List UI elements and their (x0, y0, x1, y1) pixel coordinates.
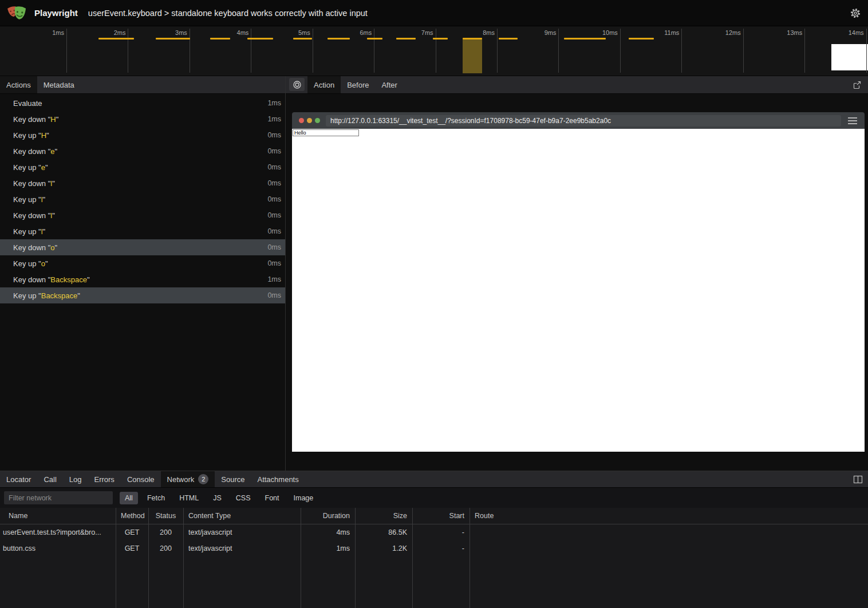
filter-chip-js[interactable]: JS (208, 492, 227, 504)
bottom-tab-console[interactable]: Console (121, 471, 161, 487)
action-name: Key up (13, 227, 36, 236)
timeline-gridline (558, 29, 559, 73)
action-row[interactable]: Key down "H"1ms (0, 111, 285, 127)
open-snapshot-button[interactable] (851, 79, 863, 90)
filter-chip-fetch[interactable]: Fetch (142, 492, 170, 504)
action-key: Backspace (50, 275, 87, 284)
bottom-tab-label: Call (44, 475, 56, 484)
toggle-layout-button[interactable] (852, 473, 863, 485)
filter-chip-html[interactable]: HTML (174, 492, 204, 504)
timeline-gridline (436, 29, 436, 73)
film-strip-thumbnail[interactable] (831, 44, 868, 70)
action-duration: 0ms (267, 131, 281, 139)
timeline-tick-label: 13ms (787, 29, 802, 36)
timeline-action-bar[interactable] (247, 38, 273, 40)
action-name: Key up (13, 291, 36, 300)
timeline-gridline (190, 29, 190, 73)
action-row[interactable]: Key up "o"0ms (0, 255, 285, 271)
cell-name: button.css (0, 544, 116, 552)
timeline-action-bar[interactable] (629, 38, 654, 40)
filter-chip-font[interactable]: Font (260, 492, 285, 504)
timeline[interactable]: 1ms2ms3ms4ms5ms6ms7ms8ms9ms10ms11ms12ms1… (0, 26, 868, 76)
timeline-tick-label: 5ms (298, 29, 310, 36)
action-row[interactable]: Key up "l"0ms (0, 191, 285, 207)
tab-before[interactable]: Before (341, 76, 375, 93)
action-row[interactable]: Key down "e"0ms (0, 143, 285, 159)
cell-duration: 4ms (301, 528, 355, 536)
network-request-row[interactable]: button.cssGET200text/javascript1ms1.2K- (0, 540, 868, 556)
bottom-tab-errors[interactable]: Errors (88, 471, 120, 487)
filter-chip-image[interactable]: Image (289, 492, 319, 504)
quote: " (45, 259, 48, 268)
bottom-tab-source[interactable]: Source (215, 471, 251, 487)
filter-chip-all[interactable]: All (120, 492, 138, 504)
quote: " (87, 275, 90, 284)
timeline-action-bar[interactable] (210, 38, 230, 40)
timeline-action-bar[interactable] (367, 38, 382, 40)
timeline-action-bar[interactable] (396, 38, 416, 40)
cell-content-type: text/javascript (183, 544, 301, 552)
tab-action[interactable]: Action (307, 76, 341, 93)
timeline-gridline (620, 29, 621, 73)
timeline-action-bar[interactable] (499, 38, 518, 40)
bottom-tab-call[interactable]: Call (37, 471, 62, 487)
timeline-tick-label: 3ms (175, 29, 187, 36)
action-row[interactable]: Key down "Backspace"1ms (0, 271, 285, 287)
action-name: Key down (13, 179, 46, 188)
bottom-tab-label: Locator (6, 475, 31, 484)
page-text-input[interactable] (293, 129, 359, 136)
quote: " (36, 227, 41, 236)
timeline-action-bar[interactable] (328, 38, 350, 40)
action-key: e (41, 163, 45, 172)
action-row[interactable]: Key down "l"0ms (0, 207, 285, 223)
tab-metadata[interactable]: Metadata (37, 76, 81, 93)
browser-window: http://127.0.0.1:63315/__vitest_test__/?… (292, 112, 865, 452)
actions-list: Evaluate1msKey down "H"1msKey up "H"0msK… (0, 94, 285, 471)
filter-chip-css[interactable]: CSS (231, 492, 256, 504)
bottom-tab-label: Network (167, 475, 195, 484)
action-key: o (41, 259, 45, 268)
action-row[interactable]: Key up "Backspace"0ms (0, 287, 285, 303)
quote: " (77, 291, 80, 300)
bottom-tab-network[interactable]: Network2 (161, 471, 215, 487)
quote: " (46, 211, 50, 220)
network-table-header: NameMethodStatusContent TypeDurationSize… (0, 508, 868, 524)
action-row[interactable]: Key up "e"0ms (0, 159, 285, 175)
timeline-tick-label: 2ms (114, 29, 126, 36)
action-row[interactable]: Evaluate1ms (0, 95, 285, 111)
pick-locator-button[interactable] (289, 78, 305, 91)
action-name: Key up (13, 195, 36, 204)
timeline-action-bar[interactable] (293, 38, 312, 40)
bottom-tab-locator[interactable]: Locator (0, 471, 37, 487)
cell-method: GET (116, 544, 148, 552)
tab-actions[interactable]: Actions (0, 76, 37, 93)
quote: " (36, 291, 41, 300)
settings-button[interactable] (849, 6, 862, 20)
bottom-tab-log[interactable]: Log (63, 471, 88, 487)
action-row[interactable]: Key down "l"0ms (0, 175, 285, 191)
action-name: Evaluate (13, 99, 42, 108)
tab-after[interactable]: After (375, 76, 403, 93)
timeline-action-bar[interactable] (433, 38, 448, 40)
timeline-action-bar[interactable] (463, 38, 482, 40)
cell-start: - (412, 544, 469, 552)
tab-actions-label: Actions (6, 81, 31, 89)
timeline-action-bar[interactable] (564, 38, 606, 40)
action-row[interactable]: Key up "H"0ms (0, 127, 285, 143)
action-row[interactable]: Key up "l"0ms (0, 223, 285, 239)
column-header-name: Name (0, 512, 116, 520)
action-name: Key up (13, 131, 36, 140)
action-row[interactable]: Key down "o"0ms (0, 239, 285, 255)
network-request-row[interactable]: userEvent.test.ts?import&bro...GET200tex… (0, 524, 868, 540)
timeline-tick-label: 11ms (664, 29, 679, 36)
bottom-tab-attachments[interactable]: Attachments (251, 471, 305, 487)
column-header-content-type: Content Type (183, 512, 301, 520)
action-name: Key down (13, 115, 46, 124)
action-duration: 1ms (267, 275, 281, 283)
timeline-action-bar[interactable] (156, 38, 190, 40)
timeline-action-bar[interactable] (98, 38, 134, 40)
timeline-tick-label: 14ms (849, 29, 864, 36)
network-filter-bar: AllFetchHTMLJSCSSFontImage (0, 488, 868, 508)
quote: " (43, 195, 46, 204)
filter-network-input[interactable] (4, 491, 113, 504)
